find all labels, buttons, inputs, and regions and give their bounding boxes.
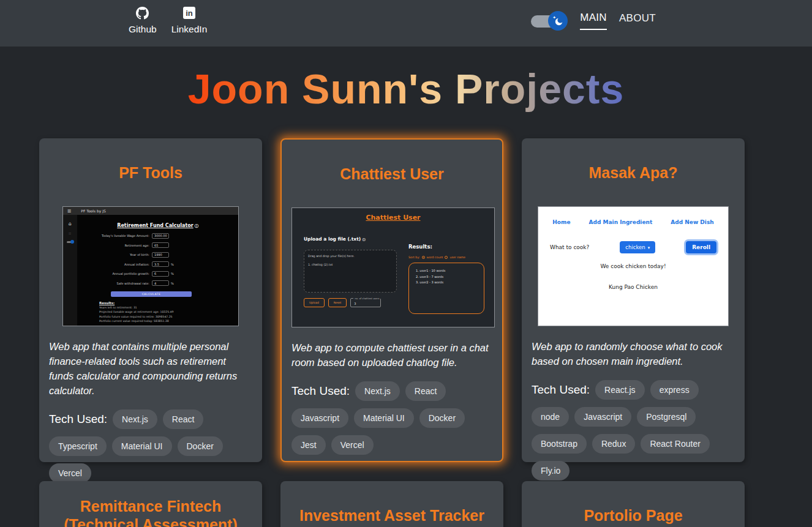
tech-used: Tech Used: Next.jsReactTypescriptMateria…: [49, 409, 252, 483]
tech-badge: Next.js: [355, 381, 400, 401]
result-line: Portfolio future value required to retir…: [99, 315, 238, 318]
radio-unchecked-icon: [445, 256, 448, 259]
tech-used: Tech Used: React.jsexpressnodeJavascript…: [532, 380, 735, 480]
reset-button: Reset: [328, 298, 347, 307]
page-title: Joon Sunn's Projects: [0, 65, 812, 113]
project-card-investment-asset-tracker[interactable]: Investment Asset Tracker: [280, 481, 503, 527]
form-row: Year of birth:1990: [77, 252, 238, 258]
linkedin-icon: in: [183, 6, 195, 20]
tech-badge: express: [650, 380, 699, 400]
tech-badge: Jest: [291, 435, 326, 455]
pf-theme-toggle-icon: [67, 240, 74, 244]
tech-badge: Next.js: [113, 409, 157, 429]
navbar: Github in LinkedIn ✦ MAIN ABOUT: [0, 0, 812, 47]
project-description: Web app to randomly choose what to cook …: [532, 340, 735, 369]
form-row: Annual inflation:3.5%: [77, 261, 238, 267]
tech-badge: Vercel: [331, 435, 374, 455]
file-dropzone: Drag and drop your file(s) here. 1. chat…: [304, 250, 397, 293]
github-icon: [136, 6, 149, 20]
nav-item-about[interactable]: ABOUT: [619, 12, 656, 29]
cook-row: What to cook? chicken Reroll: [538, 241, 728, 253]
project-title: Chattiest User: [340, 165, 444, 183]
nav-link: Add Main Ingredient: [589, 219, 653, 225]
results-panel: Results: Sort by: word count user name 1…: [408, 244, 484, 314]
form-row: Today's liveable Wage Amount:3000.00: [77, 233, 238, 239]
hamburger-icon: ☰: [67, 209, 71, 214]
project-card-masak-apa[interactable]: Masak Apa? HomeAdd Main IngredientAdd Ne…: [522, 138, 745, 462]
ingredient-dropdown: chicken: [620, 241, 655, 253]
github-label: Github: [129, 24, 157, 35]
pf-results: Results: Years left to retirement: 31Pro…: [99, 301, 238, 323]
project-screenshot-chattiest-user: Chattiest User Upload a log file (.txt) …: [291, 207, 495, 327]
dish-result: Kung Pao Chicken: [538, 284, 728, 290]
tech-badge: Fly.io: [532, 461, 570, 480]
tech-badge: Material UI: [354, 408, 414, 428]
tech-badge: Javascript: [574, 407, 631, 427]
calculate-button: CALCULATE: [111, 291, 192, 297]
social-links: Github in LinkedIn: [129, 6, 207, 35]
github-link[interactable]: Github: [129, 6, 157, 35]
tech-badge: Material UI: [112, 436, 172, 456]
tech-badge: React.js: [595, 380, 645, 400]
tech-badge: node: [532, 407, 569, 427]
text-input: 65: [152, 242, 169, 248]
upload-controls: Upload Reset no. of chattiest users 3: [304, 298, 397, 307]
upload-label: Upload a log file (.txt) ⓘ: [304, 236, 397, 242]
form-row: Annual portfolio growth:6%: [77, 271, 238, 277]
nav-link: Add New Dish: [671, 219, 713, 225]
apps-icon: ∷: [69, 231, 71, 235]
form-row: Retirement age:65: [77, 242, 238, 248]
project-title: Investment Asset Tracker: [299, 506, 484, 525]
home-icon: ⌂: [69, 221, 72, 226]
radio-checked-icon: [422, 256, 425, 259]
nav-item-main[interactable]: MAIN: [580, 12, 607, 30]
sort-options: Sort by: word count user name: [408, 256, 484, 259]
tech-badge: Docker: [419, 408, 465, 428]
result-line: 3. user2 - 3 words: [416, 280, 477, 284]
result-line: 2. user3 - 7 words: [416, 275, 477, 278]
pf-sidebar: ⌂ ∷: [63, 215, 77, 326]
project-card-chattiest-user[interactable]: Chattiest User Chattiest User Upload a l…: [280, 138, 503, 462]
results-box: 1. user1 - 10 words2. user3 - 7 words3. …: [408, 263, 484, 314]
upload-button: Upload: [304, 298, 325, 307]
project-card-pf-tools[interactable]: PF Tools ☰ PF Tools by JS ⌂ ∷ Retirement…: [39, 138, 262, 462]
project-screenshot-masak-apa: HomeAdd Main IngredientAdd New Dish What…: [538, 206, 729, 326]
tech-badge: Redux: [592, 434, 635, 454]
project-title: Remittance Fintech (Technical Assessment…: [64, 497, 237, 527]
form-row: Safe withdrawal rate:4%: [77, 280, 238, 286]
project-description: Web app to compute chattiest user in a c…: [291, 341, 492, 370]
chattiest-heading: Chattiest User: [292, 214, 494, 222]
tech-badge: React: [405, 381, 446, 401]
tech-badge: Docker: [178, 436, 223, 456]
text-input: 1990: [152, 252, 169, 258]
dark-mode-knob: ✦: [548, 11, 568, 31]
result-line: Portfolio current value required today: …: [99, 320, 238, 323]
projects-grid: PF Tools ☰ PF Tools by JS ⌂ ∷ Retirement…: [39, 138, 745, 527]
project-card-remittance-fintech[interactable]: Remittance Fintech (Technical Assessment…: [39, 481, 262, 527]
project-title: PF Tools: [119, 163, 182, 182]
text-input: 3000.00: [152, 233, 169, 239]
reroll-button: Reroll: [686, 241, 716, 253]
tech-badge: Javascript: [291, 408, 348, 428]
project-description: Web app that contains multiple personal …: [49, 340, 252, 398]
project-title: Portolio Page: [584, 506, 682, 525]
tech-badge: Typescript: [49, 436, 107, 456]
pf-content: Retirement Fund Calculatorⓘ Today's live…: [77, 215, 238, 326]
linkedin-link[interactable]: in LinkedIn: [171, 6, 208, 35]
tech-used-label: Tech Used:: [49, 413, 107, 426]
project-title: Masak Apa?: [589, 163, 678, 182]
pf-heading: Retirement Fund Calculatorⓘ: [77, 223, 238, 229]
info-icon: ⓘ: [363, 237, 366, 241]
moon-icon: [554, 17, 563, 26]
cook-message: We cook chicken today!: [538, 263, 728, 269]
tech-used-label: Tech Used:: [532, 383, 590, 397]
linkedin-label: LinkedIn: [171, 24, 208, 35]
caret-down-icon: [648, 244, 650, 250]
tech-used: Tech Used: Next.jsReactJavascriptMateria…: [291, 381, 492, 455]
theme-toggle[interactable]: ✦: [530, 11, 568, 31]
project-card-portolio-page[interactable]: Portolio Page: [522, 481, 745, 527]
upload-panel: Upload a log file (.txt) ⓘ Drag and drop…: [304, 236, 397, 307]
project-screenshot-pf-tools: ☰ PF Tools by JS ⌂ ∷ Retirement Fund Cal…: [62, 206, 239, 326]
tech-badge: React: [163, 409, 204, 429]
info-icon: ⓘ: [195, 223, 198, 229]
